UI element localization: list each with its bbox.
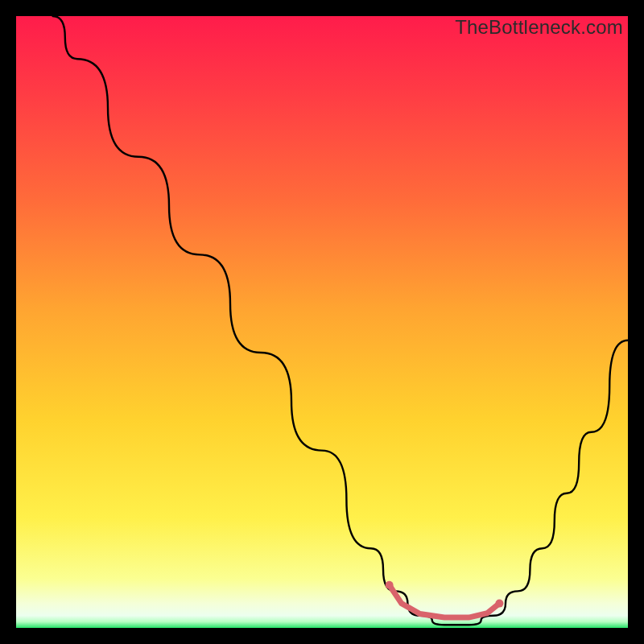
- plot-area: TheBottleneck.com: [16, 16, 628, 628]
- chart-container: TheBottleneck.com: [0, 0, 644, 644]
- watermark-text: TheBottleneck.com: [455, 16, 623, 39]
- gradient-background: [16, 16, 628, 628]
